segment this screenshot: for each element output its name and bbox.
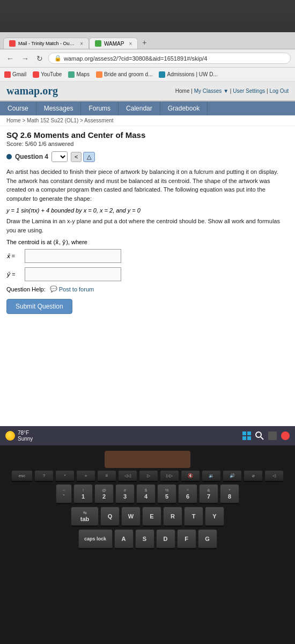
tab-wamap-close[interactable]: × — [129, 41, 132, 47]
nav-usersettings-link[interactable]: User Settings — [233, 88, 265, 94]
key-f12[interactable]: ◁ — [264, 470, 284, 482]
key-f1[interactable]: ? — [34, 470, 54, 482]
bookmark-maps[interactable]: Maps — [68, 71, 89, 78]
windows-icon[interactable] — [242, 431, 251, 440]
lock-icon: 🔒 — [54, 55, 62, 62]
key-8[interactable]: *8 — [220, 484, 239, 504]
key-f2[interactable]: * — [55, 470, 75, 482]
forward-button[interactable]: → — [19, 53, 31, 64]
key-3[interactable]: #3 — [115, 484, 135, 504]
prev-question-button[interactable]: < — [71, 152, 82, 162]
centroid-section: The centroid is at (x̄, ȳ), where x̄ = ȳ… — [6, 239, 289, 281]
x-bar-label: x̄ = — [6, 253, 21, 260]
taskbar-app-icon-1[interactable] — [268, 431, 277, 440]
breadcrumb: Home > Math 152 Su22 (OL1) > Assessment — [0, 115, 295, 126]
tab-mail-close[interactable]: × — [80, 41, 83, 47]
key-f[interactable]: F — [177, 529, 196, 550]
nav-course[interactable]: Course — [0, 101, 36, 115]
bookmark-youtube[interactable]: YouTube — [33, 71, 62, 78]
key-f6[interactable]: ▷ — [139, 470, 158, 482]
instruction-paragraph: Draw the Lamina in an x-y plane and put … — [6, 217, 289, 235]
youtube-icon — [33, 71, 39, 78]
bookmark-bride[interactable]: Bride and groom d... — [96, 71, 153, 78]
key-w[interactable]: W — [121, 507, 141, 527]
key-t[interactable]: T — [184, 507, 203, 527]
key-esc[interactable]: esc — [11, 470, 33, 482]
tab-wamap[interactable]: WAMAP × — [89, 38, 138, 49]
score-line: Score: 5/60 1/6 answered — [6, 141, 289, 147]
score-value: Score: 5/60 — [6, 141, 36, 147]
search-icon[interactable] — [255, 431, 264, 440]
tab-mail[interactable]: Mail - Trinity Match - Outlook × — [3, 38, 89, 49]
taskbar: 78°F Sunny — [0, 426, 295, 445]
gmail-label: Gmail — [12, 71, 26, 77]
svg-rect-2 — [242, 436, 246, 440]
svg-rect-1 — [247, 431, 251, 435]
nav-logout-link[interactable]: Log Out — [269, 88, 289, 94]
home-row: caps lock A S D F G — [2, 529, 293, 550]
taskbar-app-icon-2[interactable] — [281, 431, 290, 440]
svg-rect-3 — [247, 436, 251, 440]
key-g[interactable]: G — [198, 529, 217, 550]
reload-button[interactable]: ↻ — [34, 53, 45, 64]
key-tab[interactable]: ↹tab — [71, 507, 99, 527]
key-f4[interactable]: ≡ — [97, 470, 116, 482]
centroid-label-text: The centroid is at (x̄, ȳ), where — [6, 239, 87, 245]
key-y[interactable]: Y — [205, 507, 224, 527]
nav-gradebook[interactable]: Gradebook — [160, 101, 208, 115]
y-bar-input[interactable] — [25, 267, 121, 281]
key-a[interactable]: A — [114, 529, 134, 550]
question-dropdown[interactable]: 4 1 2 3 5 6 — [51, 151, 68, 162]
url-bar[interactable]: 🔒 wamap.org/assess2/?cid=30808&aid=16518… — [48, 53, 291, 64]
key-f11[interactable]: ⌀ — [244, 470, 263, 482]
math-equation: y = 1 sin(πx) + 4 bounded by x = 0, x = … — [6, 207, 289, 214]
nav-home-link[interactable]: Home — [175, 88, 190, 94]
nav-calendar[interactable]: Calendar — [119, 101, 160, 115]
address-bar: ← → ↻ 🔒 wamap.org/assess2/?cid=30808&aid… — [0, 49, 295, 68]
weather-icon — [5, 431, 15, 441]
nav-messages[interactable]: Messages — [36, 101, 82, 115]
bookmark-admissions[interactable]: Admissions | UW D... — [159, 71, 217, 78]
key-s[interactable]: S — [135, 529, 154, 550]
weather-temp: 78°F — [18, 430, 33, 436]
key-q[interactable]: Q — [100, 507, 120, 527]
trackpad[interactable] — [105, 451, 190, 468]
key-5[interactable]: %5 — [157, 484, 176, 504]
key-6[interactable]: ^6 — [178, 484, 197, 504]
breadcrumb-text: Home > Math 152 Su22 (OL1) > Assessment — [6, 118, 114, 123]
key-4[interactable]: $4 — [136, 484, 156, 504]
key-f7[interactable]: ▷▷ — [160, 470, 179, 482]
key-f10[interactable]: 🔊 — [223, 470, 242, 482]
bride-label: Bride and groom d... — [104, 71, 153, 77]
tab-wamap-label: WAMAP — [104, 41, 124, 47]
next-question-button[interactable]: △ — [83, 152, 95, 162]
key-7[interactable]: &7 — [199, 484, 218, 504]
post-forum-link[interactable]: 💬 Post to forum — [50, 286, 94, 292]
key-r[interactable]: R — [163, 507, 182, 527]
x-bar-input[interactable] — [25, 249, 121, 263]
key-f3[interactable]: × — [76, 470, 95, 482]
key-1[interactable]: !1 — [73, 484, 93, 504]
submit-question-button[interactable]: Submit Question — [6, 299, 72, 314]
key-backtick[interactable]: ~` — [56, 484, 72, 504]
centroid-label-line: The centroid is at (x̄, ȳ), where — [6, 239, 289, 246]
nav-myclasses-link[interactable]: My Classes ▼ — [194, 88, 228, 94]
back-button[interactable]: ← — [4, 53, 16, 64]
wamap-logo-text: wamap.org — [6, 85, 58, 97]
new-tab-button[interactable]: + — [138, 36, 151, 49]
key-f8[interactable]: 🔇 — [181, 470, 200, 482]
fn-key-row: esc ? * × ≡ ◁◁ ▷ ▷▷ 🔇 🔉 🔊 ⌀ ◁ — [2, 470, 293, 482]
wamap-tab-icon — [95, 40, 101, 47]
key-d[interactable]: D — [156, 529, 175, 550]
key-e[interactable]: E — [142, 507, 161, 527]
key-f5[interactable]: ◁◁ — [118, 470, 137, 482]
qwerty-row: ↹tab Q W E R T Y — [2, 507, 293, 527]
bookmark-gmail[interactable]: Gmail — [4, 71, 26, 78]
key-caps-lock[interactable]: caps lock — [78, 529, 113, 550]
gmail-icon — [4, 71, 11, 78]
key-f9[interactable]: 🔉 — [202, 470, 221, 482]
question-label: Question 4 — [15, 153, 48, 160]
key-2[interactable]: @2 — [94, 484, 114, 504]
wamap-logo: wamap.org — [6, 85, 58, 97]
nav-forums[interactable]: Forums — [81, 101, 119, 115]
